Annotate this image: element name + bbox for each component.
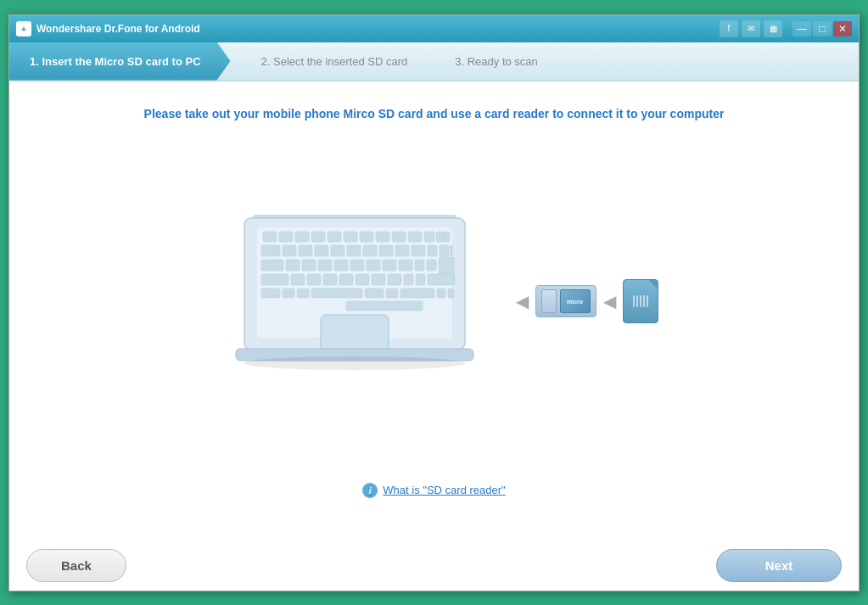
svg-rect-53 <box>283 288 294 298</box>
app-icon: + <box>16 21 31 36</box>
svg-rect-32 <box>318 260 332 271</box>
svg-rect-4 <box>279 232 293 242</box>
arrow-icon-2: ◀ <box>603 291 616 311</box>
usb-plug <box>541 289 557 313</box>
close-button[interactable]: ✕ <box>833 21 852 36</box>
svg-rect-25 <box>412 245 425 256</box>
svg-rect-45 <box>339 274 353 285</box>
svg-rect-16 <box>261 245 280 256</box>
svg-rect-20 <box>331 245 344 256</box>
svg-rect-51 <box>428 274 455 285</box>
svg-rect-38 <box>415 260 424 271</box>
footer: Back Next <box>9 541 859 591</box>
svg-rect-22 <box>363 245 377 256</box>
svg-rect-5 <box>295 232 309 242</box>
svg-rect-58 <box>400 288 434 298</box>
micro-sd-chip: micro <box>560 289 591 313</box>
svg-rect-49 <box>404 274 413 285</box>
svg-rect-43 <box>307 274 321 285</box>
share-icon[interactable]: ▦ <box>764 20 782 37</box>
svg-rect-41 <box>261 274 288 285</box>
svg-rect-17 <box>283 245 296 256</box>
svg-rect-47 <box>372 274 385 285</box>
info-icon: i <box>362 483 378 498</box>
wizard-step-1[interactable]: 1. Insert the Micro SD card to PC <box>9 42 231 81</box>
svg-rect-9 <box>360 232 373 242</box>
svg-rect-59 <box>437 288 445 298</box>
svg-rect-15 <box>445 232 450 242</box>
device-chain: ◀ micro ◀ <box>516 279 658 323</box>
title-bar: + Wondershare Dr.Fone for Android f ✉ ▦ … <box>9 15 859 42</box>
svg-rect-21 <box>347 245 361 256</box>
svg-rect-55 <box>311 288 362 298</box>
svg-rect-50 <box>416 274 425 285</box>
minimize-button[interactable]: — <box>792 21 811 36</box>
svg-rect-27 <box>440 245 449 256</box>
facebook-icon[interactable]: f <box>720 20 738 37</box>
svg-rect-46 <box>356 274 369 285</box>
svg-rect-12 <box>408 232 422 242</box>
content-area: Please take out your mobile phone Mirco … <box>9 81 859 541</box>
svg-rect-30 <box>286 260 300 271</box>
step2-label: 2. Select the inserted SD card <box>261 55 408 68</box>
sd-card-lines <box>633 295 648 307</box>
app-title: Wondershare Dr.Fone for Android <box>36 23 200 35</box>
svg-rect-56 <box>365 288 384 298</box>
sd-card <box>623 279 658 323</box>
svg-rect-13 <box>424 232 434 242</box>
illustration-area: ◀ micro ◀ <box>210 146 658 457</box>
svg-rect-60 <box>448 288 454 298</box>
next-button[interactable]: Next <box>716 549 842 582</box>
step3-label: 3. Ready to scan <box>455 55 538 68</box>
arrow-icon-1: ◀ <box>516 291 529 311</box>
wizard-step-3[interactable]: 3. Ready to scan <box>424 42 555 81</box>
svg-rect-11 <box>392 232 406 242</box>
svg-rect-36 <box>383 260 396 271</box>
window-controls: — □ ✕ <box>792 21 852 36</box>
svg-rect-24 <box>395 245 409 256</box>
svg-rect-6 <box>311 232 325 242</box>
svg-rect-34 <box>350 260 364 271</box>
wizard-bar: 1. Insert the Micro SD card to PC 2. Sel… <box>9 42 859 81</box>
laptop-illustration <box>210 206 499 396</box>
title-bar-right: f ✉ ▦ — □ ✕ <box>720 20 852 37</box>
svg-rect-54 <box>297 288 309 298</box>
svg-rect-33 <box>334 260 348 271</box>
svg-rect-26 <box>428 245 437 256</box>
svg-rect-8 <box>344 232 357 242</box>
svg-rect-52 <box>261 288 280 298</box>
chat-icon[interactable]: ✉ <box>742 20 760 37</box>
step1-label: 1. Insert the Micro SD card to PC <box>30 55 201 68</box>
main-window: + Wondershare Dr.Fone for Android f ✉ ▦ … <box>8 14 860 591</box>
info-link[interactable]: i What is "SD card reader" <box>362 483 505 498</box>
svg-rect-57 <box>386 288 398 298</box>
svg-rect-37 <box>399 260 412 271</box>
svg-rect-31 <box>302 260 316 271</box>
title-bar-left: + Wondershare Dr.Fone for Android <box>16 21 200 36</box>
svg-rect-7 <box>328 232 341 242</box>
svg-rect-19 <box>315 245 328 256</box>
svg-rect-10 <box>376 232 389 242</box>
svg-rect-3 <box>263 232 277 242</box>
social-buttons: f ✉ ▦ <box>720 20 782 37</box>
maximize-button[interactable]: □ <box>813 21 832 36</box>
svg-rect-44 <box>323 274 337 285</box>
svg-rect-61 <box>346 301 423 311</box>
back-button[interactable]: Back <box>26 549 126 582</box>
info-link-text: What is "SD card reader" <box>383 484 505 496</box>
wizard-step-2[interactable]: 2. Select the inserted SD card <box>231 42 425 81</box>
svg-rect-23 <box>379 245 393 256</box>
svg-rect-28 <box>451 245 452 256</box>
svg-rect-35 <box>367 260 380 271</box>
svg-rect-48 <box>388 274 401 285</box>
svg-rect-18 <box>299 245 312 256</box>
usb-card-reader: micro <box>535 285 596 317</box>
laptop-svg <box>210 206 499 393</box>
instruction-text: Please take out your mobile phone Mirco … <box>144 107 725 120</box>
svg-rect-14 <box>436 232 445 242</box>
svg-rect-29 <box>261 260 283 271</box>
svg-rect-39 <box>427 260 436 271</box>
svg-point-64 <box>244 356 465 370</box>
svg-rect-42 <box>291 274 305 285</box>
